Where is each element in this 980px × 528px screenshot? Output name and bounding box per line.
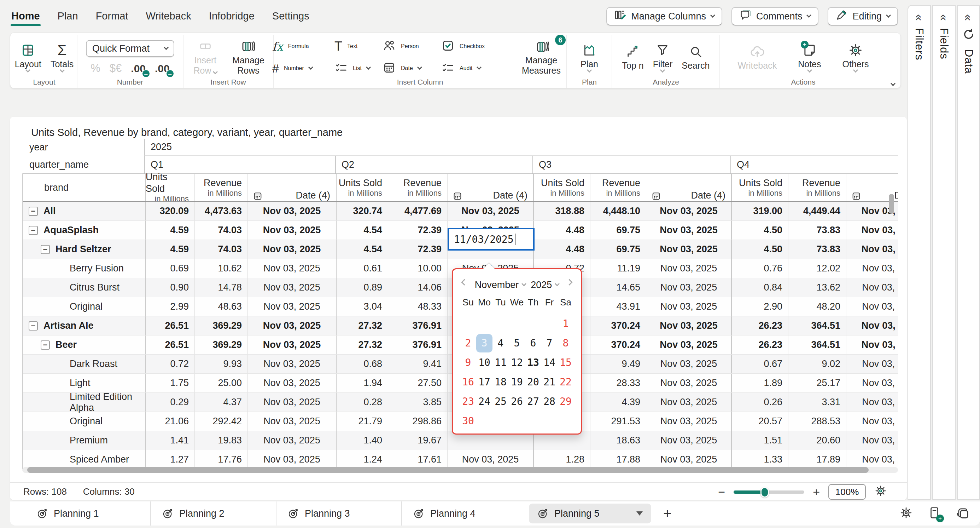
sheet-tab-planning-4[interactable]: Planning 4	[402, 501, 528, 525]
layout-button[interactable]: Layout	[11, 41, 45, 73]
revenue-cell[interactable]: 298.86	[388, 412, 447, 431]
units-cell[interactable]: 0.68	[336, 354, 388, 373]
units-cell[interactable]: 0.89	[336, 278, 388, 297]
others-button[interactable]: Others	[838, 41, 872, 73]
brand-header-cell[interactable]: brand	[23, 174, 145, 201]
date-cell[interactable]: Nov 03, 2025	[248, 278, 336, 297]
calendar-day[interactable]: 16	[460, 372, 476, 392]
date-cell[interactable]: Nov 03, 2025	[646, 278, 731, 297]
revenue-cell[interactable]: 10.00	[388, 259, 447, 278]
units-cell[interactable]: 1.75	[145, 374, 194, 392]
quick-format-select[interactable]: Quick Format	[86, 40, 174, 57]
expand-panel-icon[interactable]: «	[937, 14, 951, 21]
date-cell[interactable]: Nov 03, 2025	[846, 240, 898, 259]
calendar-day[interactable]: 7	[541, 333, 557, 353]
units-cell[interactable]: 1.24	[336, 450, 388, 469]
month-select[interactable]: November	[475, 279, 526, 290]
revenue-cell[interactable]: 369.29	[194, 316, 248, 335]
revenue-header-cell[interactable]: Revenuein Millions	[788, 174, 846, 201]
vertical-scrollbar-thumb[interactable]	[889, 194, 894, 214]
date-cell[interactable]: Nov 03, 2025	[248, 259, 336, 278]
date-cell[interactable]: Nov 03, 2025	[248, 412, 336, 431]
revenue-cell[interactable]: 48.20	[788, 297, 846, 316]
year-select[interactable]: 2025	[531, 279, 559, 290]
plan-button[interactable]: Plan	[577, 41, 602, 73]
revenue-cell[interactable]: 72.39	[388, 240, 447, 259]
revenue-cell[interactable]: 28.33	[590, 374, 646, 392]
units-header-cell[interactable]: Units Soldin Millions	[145, 174, 194, 201]
units-cell[interactable]: 1.28	[533, 450, 590, 469]
calendar-day[interactable]: 20	[525, 372, 541, 392]
panel-tab-fields[interactable]: « Fields	[932, 5, 956, 500]
brand-cell[interactable]: Limited Edition Alpha	[23, 393, 145, 412]
revenue-cell[interactable]: 43.91	[590, 297, 646, 316]
add-sheet-button[interactable]: +	[663, 506, 671, 522]
brand-cell[interactable]: Dark Roast	[23, 354, 145, 373]
date-cell[interactable]: Nov 03, 2025	[646, 412, 731, 431]
units-header-cell[interactable]: Units Soldin Millions	[336, 174, 388, 201]
brand-cell[interactable]: −Hard Seltzer	[23, 240, 145, 259]
brand-cell[interactable]: −AquaSplash	[23, 221, 145, 239]
units-cell[interactable]: 1.27	[145, 450, 194, 469]
units-cell[interactable]: 0.61	[336, 259, 388, 278]
zoom-out-button[interactable]: −	[718, 485, 725, 499]
insert-list-button[interactable]: List	[334, 61, 380, 76]
calendar-day[interactable]: 6	[525, 333, 541, 353]
units-cell[interactable]: 4.50	[731, 240, 788, 259]
date-header-cell[interactable]: Date (4)	[248, 174, 336, 201]
revenue-cell[interactable]: 17.88	[590, 450, 646, 469]
units-cell[interactable]: 0.26	[731, 393, 788, 412]
manage-columns-button[interactable]: Manage Columns	[606, 7, 722, 26]
revenue-cell[interactable]: 74.03	[194, 221, 248, 239]
revenue-cell[interactable]: 12.02	[788, 259, 846, 278]
revenue-cell[interactable]: 4,477.69	[388, 202, 447, 220]
units-cell[interactable]: 21.06	[145, 412, 194, 431]
menu-settings[interactable]: Settings	[272, 5, 310, 27]
revenue-cell[interactable]: 69.75	[590, 221, 646, 239]
units-cell[interactable]: 1.33	[731, 450, 788, 469]
calendar-day[interactable]: 17	[476, 372, 493, 392]
menu-plan[interactable]: Plan	[57, 5, 79, 27]
brand-cell[interactable]: Original	[23, 297, 145, 316]
revenue-header-cell[interactable]: Revenuein Millions	[388, 174, 447, 201]
calendar-day[interactable]: 18	[493, 372, 509, 392]
zoom-slider[interactable]	[733, 490, 804, 494]
manage-measures-button[interactable]: 6 Manage Measures	[515, 38, 568, 77]
units-cell[interactable]: 1.40	[336, 431, 388, 450]
units-cell[interactable]: 1.51	[731, 431, 788, 450]
units-cell[interactable]: 320.09	[145, 202, 194, 220]
date-cell[interactable]: Nov 03, 2025	[248, 297, 336, 316]
units-cell[interactable]: 2.99	[145, 297, 194, 316]
units-cell[interactable]: 26.51	[145, 316, 194, 335]
sheet-tab-planning-1[interactable]: Planning 1	[25, 501, 151, 525]
insert-checkbox-button[interactable]: Checkbox	[441, 39, 508, 54]
menu-format[interactable]: Format	[95, 5, 129, 27]
revenue-cell[interactable]: 9.41	[388, 354, 447, 373]
brand-cell[interactable]: Spiced Amber	[23, 450, 145, 469]
revenue-cell[interactable]: 48.63	[194, 297, 248, 316]
refresh-icon[interactable]	[963, 28, 975, 42]
calendar-day[interactable]: 29	[557, 392, 574, 411]
date-cell[interactable]: Nov 03, 2025	[846, 259, 898, 278]
comments-button[interactable]: Comments	[732, 7, 819, 26]
revenue-cell[interactable]: 13.62	[788, 278, 846, 297]
zoom-in-button[interactable]: +	[813, 485, 820, 499]
menu-home[interactable]: Home	[11, 5, 41, 27]
calendar-day[interactable]: 10	[476, 353, 493, 372]
revenue-cell[interactable]: 4.39	[590, 393, 646, 412]
units-cell[interactable]: 318.88	[533, 202, 590, 220]
units-cell[interactable]: 0.90	[145, 278, 194, 297]
calendar-day[interactable]: 11	[493, 353, 509, 372]
units-cell[interactable]: 1.94	[336, 374, 388, 392]
revenue-cell[interactable]: 369.29	[194, 335, 248, 354]
totals-button[interactable]: Σ Totals	[47, 41, 77, 73]
date-cell[interactable]: Nov 03, 2025	[646, 450, 731, 469]
date-cell[interactable]: Nov 03, 2025	[646, 259, 731, 278]
date-cell[interactable]: Nov 03, 2025	[646, 221, 731, 239]
insert-date-button[interactable]: Date	[382, 61, 439, 76]
revenue-cell[interactable]: 14.06	[388, 278, 447, 297]
date-cell[interactable]: Nov 03, 2025	[646, 374, 731, 392]
units-cell[interactable]: 26.23	[731, 335, 788, 354]
panel-tab-filters[interactable]: « Filters	[907, 5, 931, 500]
revenue-cell[interactable]: 364.51	[788, 335, 846, 354]
